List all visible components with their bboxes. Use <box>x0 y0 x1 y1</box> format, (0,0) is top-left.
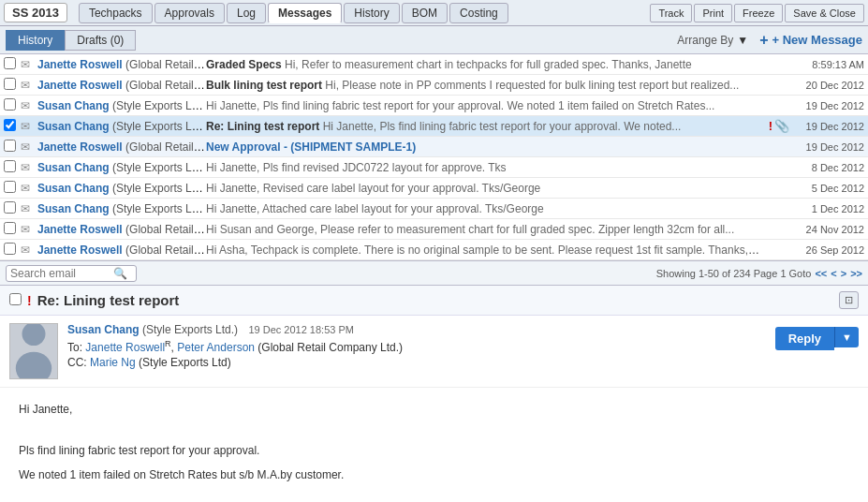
row-checkbox[interactable] <box>4 140 21 155</box>
sender-name: Janette Roswell (Global Retail Company L… <box>37 244 206 257</box>
preview-expand-button[interactable]: ⊡ <box>839 291 859 309</box>
email-date: 20 Dec 2012 <box>789 80 864 91</box>
meta-to-line: To: Janette RoswellR, Peter Anderson (Gl… <box>67 339 766 354</box>
tab-log[interactable]: Log <box>227 3 266 23</box>
action-buttons: Track Print Freeze Save & Close <box>650 4 864 22</box>
svg-point-0 <box>22 323 46 346</box>
email-icon: ✉ <box>21 120 37 133</box>
row-checkbox[interactable] <box>4 160 21 175</box>
email-subject: Hi Janette, Pls find lining fabric test … <box>206 99 761 112</box>
email-row[interactable]: ✉ Susan Chang (Style Exports Ltd.) Hi Ja… <box>0 96 868 116</box>
arrange-dropdown-icon[interactable]: ▼ <box>737 34 748 47</box>
preview-subject: Re: Lining test report <box>37 292 180 308</box>
meta-date: 19 Dec 2012 18:53 PM <box>248 324 354 335</box>
sender-name: Susan Chang (Style Exports Ltd.) <box>37 182 206 195</box>
view-tab-history[interactable]: History <box>6 30 65 51</box>
row-checkbox[interactable] <box>4 98 21 113</box>
row-checkbox[interactable] <box>4 243 21 258</box>
arrange-by-control: Arrange By ▼ <box>677 34 748 47</box>
attachment-icon: 📎 <box>774 119 789 133</box>
list-footer: 🔍 Showing 1-50 of 234 Page 1 Goto << < >… <box>0 261 868 286</box>
tab-approvals[interactable]: Approvals <box>154 3 225 23</box>
email-row[interactable]: ✉ Janette Roswell (Global Retail Company… <box>0 219 868 240</box>
reply-dropdown-button[interactable]: ▼ <box>834 327 859 347</box>
recipient-superscript: R <box>165 339 171 348</box>
tab-techpacks[interactable]: Techpacks <box>79 3 153 23</box>
email-subject: New Approval - (SHIPMENT SAMPLE-1) <box>206 140 761 154</box>
sender-name: Janette Roswell (Global Retail Company L… <box>37 140 206 154</box>
email-subject: Hi Janette, Pls find revised JDC0722 lay… <box>206 161 761 174</box>
sender-name: Janette Roswell (Global Retail Company L… <box>37 79 206 92</box>
save-close-button[interactable]: Save & Close <box>785 4 864 22</box>
tab-messages[interactable]: Messages <box>268 3 342 23</box>
row-checkbox[interactable] <box>4 222 21 237</box>
sender-name: Janette Roswell (Global Retail Company L… <box>37 58 206 71</box>
to-label: To: <box>67 341 82 354</box>
preview-checkbox[interactable] <box>9 293 22 308</box>
meta-info: Susan Chang (Style Exports Ltd.) 19 Dec … <box>67 323 766 379</box>
toolbar-row: History Drafts (0) Arrange By ▼ + + New … <box>0 26 868 54</box>
row-checkbox[interactable] <box>4 57 21 72</box>
row-checkbox[interactable] <box>4 78 21 93</box>
email-icon: ✉ <box>21 244 37 257</box>
email-row[interactable]: ✉ Janette Roswell (Global Retail Company… <box>0 137 868 157</box>
body-line2: We noted 1 item failed on Stretch Rates … <box>19 466 849 484</box>
search-box: 🔍 <box>6 265 137 282</box>
body-line1: Pls find lining fabric test report for y… <box>19 442 849 460</box>
meta-sender-line: Susan Chang (Style Exports Ltd.) 19 Dec … <box>67 323 766 336</box>
cc-recipient[interactable]: Marie Ng <box>90 356 136 369</box>
page-last-button[interactable]: >> <box>850 268 862 279</box>
to-recipient2[interactable]: Peter Anderson <box>177 341 255 354</box>
meta-cc-line: CC: Marie Ng (Style Exports Ltd) <box>67 356 766 369</box>
email-row[interactable]: ✉ Janette Roswell (Global Retail Company… <box>0 240 868 260</box>
cc-label: CC: <box>67 356 87 369</box>
email-list: ✉ Janette Roswell (Global Retail Company… <box>0 54 868 261</box>
email-date: 19 Dec 2012 <box>789 141 864 153</box>
preview-header: ! Re: Lining test report ⊡ <box>0 286 868 316</box>
page-prev-button[interactable]: < <box>831 268 836 279</box>
email-icon: ✉ <box>21 140 37 154</box>
email-row[interactable]: ✉ Janette Roswell (Global Retail Company… <box>0 54 868 75</box>
svg-point-1 <box>16 352 51 378</box>
email-row[interactable]: ✉ Susan Chang (Style Exports Ltd.) Hi Ja… <box>0 157 868 178</box>
email-icon: ✉ <box>21 99 37 112</box>
sender-name: Susan Chang (Style Exports Ltd.) <box>37 202 206 215</box>
tab-bom[interactable]: BOM <box>402 3 448 23</box>
row-checkbox[interactable] <box>4 201 21 216</box>
search-input[interactable] <box>10 267 113 280</box>
email-date: 1 Dec 2012 <box>789 203 864 214</box>
tab-history[interactable]: History <box>344 3 399 23</box>
track-button[interactable]: Track <box>650 4 692 22</box>
view-tabs: History Drafts (0) <box>6 30 136 51</box>
page-first-button[interactable]: << <box>815 268 827 279</box>
new-message-plus: + <box>759 32 768 49</box>
email-row-selected[interactable]: ✉ Susan Chang (Style Exports Ltd.) Re: L… <box>0 116 868 137</box>
new-message-label: + New Message <box>772 33 862 47</box>
meta-sender-name: Susan Chang <box>67 323 140 336</box>
print-button[interactable]: Print <box>694 4 732 22</box>
search-icon[interactable]: 🔍 <box>113 267 127 280</box>
cc-company: (Style Exports Ltd) <box>139 356 231 369</box>
to-recipient1[interactable]: Janette Roswell <box>85 341 165 354</box>
email-date: 5 Dec 2012 <box>789 183 864 194</box>
new-message-button[interactable]: + + New Message <box>759 32 862 49</box>
view-tab-drafts[interactable]: Drafts (0) <box>65 30 136 51</box>
page-next-button[interactable]: > <box>841 268 846 279</box>
email-row[interactable]: ✉ Susan Chang (Style Exports Ltd.) Hi Ja… <box>0 199 868 219</box>
urgent-flag-icon: ! <box>769 119 772 133</box>
email-icon: ✉ <box>21 182 37 195</box>
email-row[interactable]: ✉ Susan Chang (Style Exports Ltd.) Hi Ja… <box>0 178 868 199</box>
freeze-button[interactable]: Freeze <box>734 4 783 22</box>
reply-button[interactable]: Reply <box>775 327 834 350</box>
email-icon: ✉ <box>21 58 37 71</box>
email-row[interactable]: ✉ Janette Roswell (Global Retail Company… <box>0 75 868 96</box>
avatar-svg <box>10 323 57 378</box>
email-icon: ✉ <box>21 202 37 215</box>
body-greeting: Hi Janette, <box>19 401 849 419</box>
app-title: SS 2013 <box>4 3 67 22</box>
tab-costing[interactable]: Costing <box>449 3 508 23</box>
sender-name: Susan Chang (Style Exports Ltd.) <box>37 99 206 112</box>
row-checkbox[interactable] <box>4 181 21 196</box>
meta-sender-company: (Style Exports Ltd.) <box>142 323 238 336</box>
row-checkbox[interactable] <box>4 119 21 134</box>
